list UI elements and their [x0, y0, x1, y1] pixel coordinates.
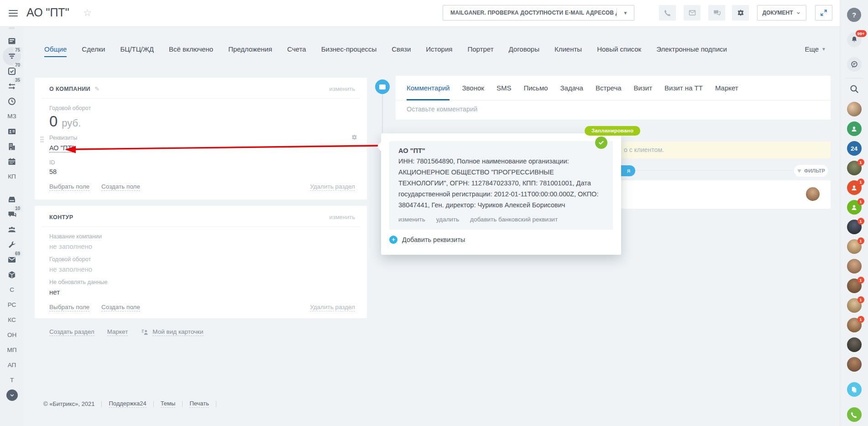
sidebar-item[interactable]: 35	[3, 79, 21, 94]
sidebar-item[interactable]	[3, 267, 21, 282]
sidebar-item[interactable]: Т	[3, 373, 21, 388]
user-avatar[interactable]: 1	[847, 220, 862, 234]
delete-section-link[interactable]: Удалить раздел	[310, 183, 355, 191]
user-avatar[interactable]: 24	[847, 141, 862, 156]
page-tab[interactable]: Общие	[44, 45, 67, 57]
sidebar-item[interactable]: ОН	[3, 327, 21, 342]
requisite-action-link[interactable]: изменить	[398, 216, 425, 223]
sidebar-item[interactable]	[3, 139, 21, 154]
sidebar-item[interactable]: 10	[3, 207, 21, 222]
notifications-button[interactable]: 99+	[847, 32, 862, 47]
filter-button[interactable]: ФИЛЬТР	[794, 165, 828, 177]
messenger-button[interactable]	[847, 57, 862, 72]
my-card-view-link[interactable]: Мой вид карточки	[141, 328, 203, 336]
comment-input[interactable]: Оставьте комментарий	[396, 100, 831, 120]
settings-button[interactable]	[732, 5, 749, 21]
sidebar-item[interactable]: МЗ	[3, 109, 21, 124]
page-tab[interactable]: Всё включено	[169, 45, 213, 57]
footer-link[interactable]: Печать	[189, 400, 209, 408]
sidebar-item[interactable]: МП	[3, 342, 21, 358]
chevron-down-icon[interactable]: ▼	[617, 11, 634, 16]
user-avatar[interactable]: 1	[847, 161, 862, 175]
page-tab[interactable]: Договоры	[509, 45, 539, 57]
page-tab[interactable]: Счета	[287, 45, 306, 57]
footer-link[interactable]: Поддержка24	[109, 400, 146, 408]
user-avatar[interactable]	[847, 259, 862, 273]
footer-link[interactable]: Темы	[161, 400, 176, 408]
email-button[interactable]	[684, 5, 701, 21]
page-tab[interactable]: Связи	[392, 45, 411, 57]
requisite-action-link[interactable]: добавить банковский реквизит	[470, 216, 558, 223]
add-requisites-button[interactable]: + Добавить реквизиты	[389, 236, 621, 244]
activity-tab[interactable]: Звонок	[462, 76, 484, 100]
select-field-link[interactable]: Выбрать поле	[49, 304, 89, 311]
drag-handle[interactable]	[40, 136, 44, 143]
page-tab[interactable]: Новый список	[597, 45, 641, 57]
fullscreen-button[interactable]	[815, 5, 832, 21]
user-avatar[interactable]: 1	[847, 180, 862, 195]
sidebar-item[interactable]	[3, 124, 21, 139]
user-avatar[interactable]: 1	[847, 318, 862, 332]
sidebar-item[interactable]: АП	[3, 358, 21, 373]
user-avatar[interactable]	[847, 357, 862, 372]
marketplace-app-button[interactable]: MAILGANER. ПРОВЕРКА ДОСТУПНОСТИ E-MAIL А…	[443, 5, 634, 21]
sidebar-item[interactable]: С	[3, 282, 21, 297]
call-button[interactable]	[659, 5, 676, 21]
sidebar-item[interactable]: КП	[3, 169, 21, 184]
user-avatar[interactable]	[847, 102, 862, 116]
page-tab[interactable]: Предложения	[228, 45, 272, 57]
sidebar-item[interactable]: РС	[3, 297, 21, 312]
page-tab[interactable]: БЦ/ТЦ/ЖД	[120, 45, 154, 57]
sidebar-item[interactable]: 75	[3, 48, 21, 63]
delete-section-link[interactable]: Удалить раздел	[310, 304, 355, 311]
search-button[interactable]	[849, 84, 859, 96]
page-tab[interactable]: Сделки	[82, 45, 105, 57]
user-avatar[interactable]: 1	[847, 279, 862, 293]
activity-tab[interactable]: Встреча	[596, 76, 622, 100]
requisites-link[interactable]: АО "ПТ"	[49, 144, 74, 153]
sidebar-item[interactable]	[3, 237, 21, 252]
user-avatar[interactable]: 1	[847, 239, 862, 254]
edit-pencil-icon[interactable]: ✎	[94, 85, 99, 92]
sidebar-item[interactable]: 69	[3, 252, 21, 267]
activity-tab[interactable]: Маркет	[715, 76, 738, 100]
page-tab[interactable]: Бизнес-процессы	[321, 45, 377, 57]
sidebar-item[interactable]	[3, 388, 21, 403]
activity-tab[interactable]: Визит	[634, 76, 653, 100]
user-avatar[interactable]	[847, 121, 862, 136]
favorite-star-icon[interactable]: ☆	[83, 7, 92, 18]
market-link[interactable]: Маркет	[107, 328, 128, 336]
sidebar-item[interactable]	[3, 33, 21, 48]
sidebar-item[interactable]: 70	[3, 63, 21, 79]
sidebar-item[interactable]	[3, 192, 21, 207]
field-gear-icon[interactable]	[351, 134, 358, 141]
activity-tab[interactable]: Комментарий	[407, 76, 450, 100]
create-field-link[interactable]: Создать поле	[101, 183, 140, 191]
user-avatar[interactable]: 1	[847, 200, 862, 215]
menu-hamburger-icon[interactable]	[9, 10, 18, 16]
page-tab[interactable]: Электронные подписи	[656, 45, 727, 57]
user-avatar[interactable]: 1	[847, 298, 862, 313]
edit-section-link[interactable]: изменить	[329, 214, 355, 221]
create-field-link[interactable]: Создать поле	[101, 304, 140, 311]
activity-tab[interactable]: SMS	[497, 76, 512, 100]
page-tab[interactable]: История	[426, 45, 452, 57]
edit-section-link[interactable]: изменить	[329, 85, 355, 92]
user-avatar[interactable]	[847, 337, 862, 352]
sidebar-item[interactable]	[3, 222, 21, 237]
page-tab[interactable]: Клиенты	[554, 45, 582, 57]
activity-tab[interactable]: Письмо	[523, 76, 548, 100]
document-button[interactable]: ДОКУМЕНТ	[757, 5, 806, 21]
user-avatar[interactable]	[847, 407, 862, 422]
requisite-action-link[interactable]: удалить	[436, 216, 459, 223]
help-button[interactable]: ?	[847, 8, 861, 22]
page-tab-more[interactable]: Еще ▼	[805, 45, 826, 53]
sidebar-item[interactable]	[3, 154, 21, 169]
sidebar-item[interactable]: КС	[3, 312, 21, 327]
sidebar-item[interactable]	[3, 94, 21, 109]
page-tab[interactable]: Портрет	[467, 45, 493, 57]
chat-button[interactable]	[708, 5, 725, 21]
select-field-link[interactable]: Выбрать поле	[49, 183, 89, 191]
activity-tab[interactable]: Задача	[560, 76, 583, 100]
activity-tab[interactable]: Визит на ТТ	[664, 76, 703, 100]
